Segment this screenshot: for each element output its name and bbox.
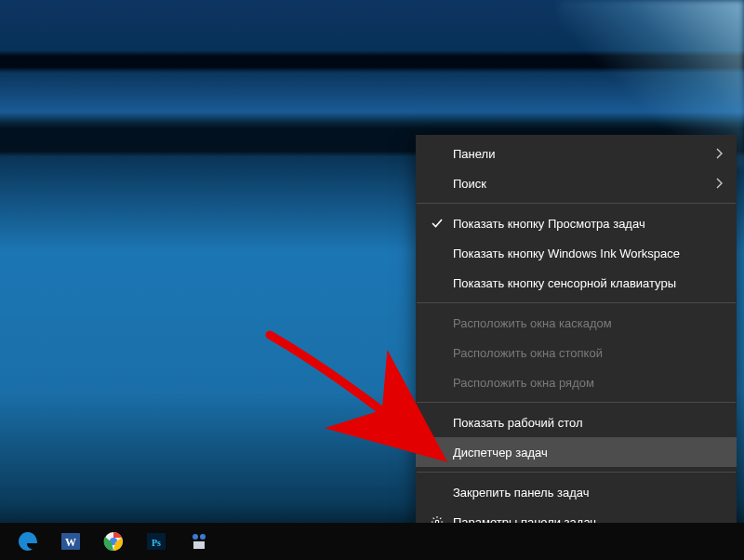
- menu-item-side-by-side: Расположить окна рядом: [416, 367, 737, 397]
- menu-separator: [417, 302, 736, 303]
- menu-label: Закрепить панель задач: [447, 486, 724, 500]
- taskbar-context-menu: Панели Поиск Показать кнопку Просмотра з…: [416, 135, 737, 540]
- menu-label: Диспетчер задач: [447, 446, 724, 460]
- chevron-right-icon: [709, 148, 724, 159]
- svg-point-8: [193, 534, 198, 540]
- menu-label: Показать кнопку сенсорной клавиатуры: [447, 276, 724, 290]
- menu-label: Панели: [447, 147, 709, 161]
- taskbar[interactable]: W Ps: [0, 523, 744, 560]
- menu-item-show-taskview[interactable]: Показать кнопку Просмотра задач: [416, 208, 737, 238]
- check-icon: [427, 217, 447, 230]
- svg-point-9: [200, 534, 206, 540]
- menu-item-stack: Расположить окна стопкой: [416, 338, 737, 367]
- share-icon[interactable]: [179, 523, 219, 560]
- menu-label: Поиск: [447, 177, 709, 191]
- menu-separator: [417, 203, 736, 204]
- menu-label: Расположить окна рядом: [447, 376, 724, 390]
- svg-text:Ps: Ps: [152, 538, 161, 548]
- menu-label: Показать кнопку Windows Ink Workspace: [447, 247, 724, 260]
- chevron-right-icon: [709, 178, 724, 189]
- menu-label: Показать рабочий стол: [447, 416, 724, 430]
- word-icon[interactable]: W: [50, 523, 91, 560]
- menu-separator: [417, 402, 736, 403]
- svg-rect-7: [193, 541, 205, 549]
- menu-label: Показать кнопку Просмотра задач: [447, 217, 724, 231]
- edge-icon[interactable]: [7, 523, 48, 560]
- menu-item-lock-taskbar[interactable]: Закрепить панель задач: [416, 477, 737, 507]
- chrome-icon[interactable]: [93, 523, 134, 560]
- svg-text:W: W: [65, 536, 76, 549]
- menu-item-search[interactable]: Поиск: [416, 168, 737, 198]
- menu-item-cascade: Расположить окна каскадом: [416, 308, 737, 338]
- menu-item-show-touch-keyboard[interactable]: Показать кнопку сенсорной клавиатуры: [416, 268, 737, 298]
- menu-item-show-desktop[interactable]: Показать рабочий стол: [416, 407, 737, 437]
- menu-label: Расположить окна каскадом: [447, 316, 724, 330]
- menu-label: Расположить окна стопкой: [447, 346, 724, 360]
- menu-item-task-manager[interactable]: Диспетчер задач: [416, 437, 737, 467]
- menu-item-show-ink-workspace[interactable]: Показать кнопку Windows Ink Workspace: [416, 238, 737, 268]
- menu-separator: [417, 472, 736, 473]
- menu-item-panels[interactable]: Панели: [416, 139, 737, 168]
- photoshop-icon[interactable]: Ps: [136, 523, 177, 560]
